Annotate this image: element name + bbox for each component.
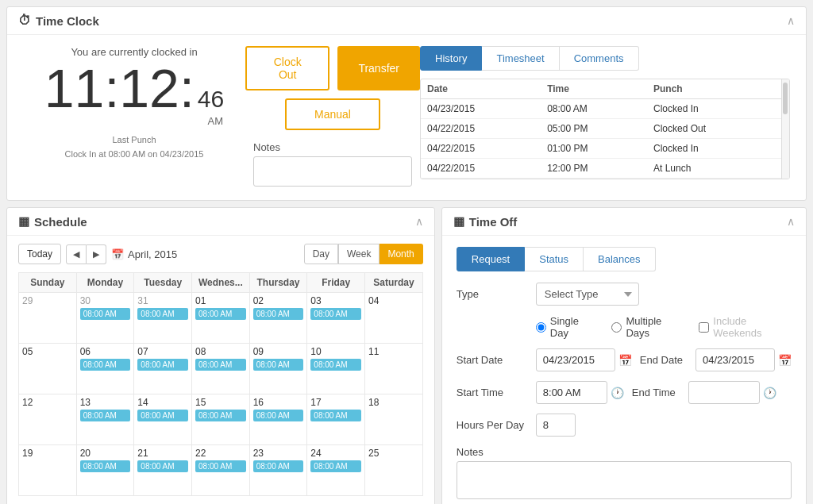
calendar-day-number: 01 bbox=[195, 295, 246, 306]
calendar-day-header: Saturday bbox=[365, 273, 423, 293]
time-clock-collapse-icon[interactable]: ∧ bbox=[787, 14, 795, 27]
calendar-day-cell[interactable]: 04 bbox=[365, 293, 423, 344]
calendar-today-button[interactable]: Today bbox=[18, 244, 61, 264]
calendar-day-cell[interactable]: 18 bbox=[365, 394, 423, 445]
calendar-day-cell[interactable]: 3108:00 AM bbox=[134, 293, 192, 344]
tab-timesheet[interactable]: Timesheet bbox=[482, 46, 559, 71]
calendar-event[interactable]: 08:00 AM bbox=[195, 460, 246, 472]
calendar-day-cell[interactable]: 1708:00 AM bbox=[307, 394, 365, 445]
end-time-input[interactable] bbox=[688, 381, 760, 404]
timeoff-notes-label: Notes bbox=[457, 446, 528, 458]
calendar-view-day[interactable]: Day bbox=[304, 244, 338, 264]
start-time-clock-icon[interactable]: 🕐 bbox=[611, 387, 624, 399]
timeoff-panel-icon: ▦ bbox=[453, 214, 464, 229]
calendar-event[interactable]: 08:00 AM bbox=[195, 410, 246, 421]
calendar-day-cell[interactable]: 19 bbox=[19, 445, 77, 496]
calendar-event[interactable]: 08:00 AM bbox=[80, 308, 131, 320]
transfer-button[interactable]: Transfer bbox=[337, 46, 420, 90]
end-date-input[interactable] bbox=[695, 348, 775, 371]
calendar-event[interactable]: 08:00 AM bbox=[195, 308, 246, 320]
calendar-day-cell[interactable]: 0708:00 AM bbox=[134, 344, 192, 394]
scroll-thumb[interactable] bbox=[783, 83, 788, 114]
calendar-event[interactable]: 08:00 AM bbox=[137, 359, 188, 371]
calendar-day-cell[interactable]: 05 bbox=[19, 344, 77, 394]
calendar-view-month[interactable]: Month bbox=[380, 244, 422, 264]
tab-history[interactable]: History bbox=[420, 46, 482, 71]
calendar-event[interactable]: 08:00 AM bbox=[137, 410, 188, 421]
calendar-day-cell[interactable]: 0108:00 AM bbox=[192, 293, 250, 344]
clock-notes-input[interactable] bbox=[253, 156, 412, 187]
calendar-day-cell[interactable]: 2308:00 AM bbox=[249, 445, 307, 496]
calendar-event[interactable]: 08:00 AM bbox=[253, 410, 304, 421]
timeoff-notes-input[interactable] bbox=[457, 461, 792, 499]
single-day-radio[interactable]: Single Day bbox=[536, 315, 596, 339]
end-time-clock-icon[interactable]: 🕐 bbox=[763, 387, 776, 399]
start-time-group: 🕐 bbox=[536, 381, 624, 404]
tab-balances[interactable]: Balances bbox=[584, 247, 655, 271]
calendar-day-cell[interactable]: 0308:00 AM bbox=[307, 293, 365, 344]
tab-comments[interactable]: Comments bbox=[560, 46, 639, 71]
calendar-day-cell[interactable]: 12 bbox=[19, 394, 77, 445]
history-time: 08:00 AM bbox=[541, 99, 647, 119]
tab-request[interactable]: Request bbox=[457, 247, 525, 271]
calendar-next-button[interactable]: ▶ bbox=[87, 244, 106, 264]
calendar-day-cell[interactable]: 3008:00 AM bbox=[76, 293, 134, 344]
calendar-event[interactable]: 08:00 AM bbox=[137, 460, 188, 472]
calendar-event[interactable]: 08:00 AM bbox=[195, 359, 246, 371]
calendar-event[interactable]: 08:00 AM bbox=[253, 460, 304, 472]
start-date-label: Start Date bbox=[457, 354, 528, 366]
history-scrollbar[interactable] bbox=[781, 79, 789, 179]
calendar-day-cell[interactable]: 1008:00 AM bbox=[307, 344, 365, 394]
calendar-view-week[interactable]: Week bbox=[338, 244, 380, 264]
calendar-day-cell[interactable]: 25 bbox=[365, 445, 423, 496]
calendar-prev-button[interactable]: ◀ bbox=[66, 244, 87, 264]
history-time: 12:00 PM bbox=[541, 159, 647, 179]
timeoff-collapse-icon[interactable]: ∧ bbox=[787, 215, 795, 228]
clock-action-buttons: Clock Out Transfer bbox=[245, 46, 420, 90]
calendar-day-cell[interactable]: 2408:00 AM bbox=[307, 445, 365, 496]
calendar-day-cell[interactable]: 2108:00 AM bbox=[134, 445, 192, 496]
calendar-event[interactable]: 08:00 AM bbox=[137, 308, 188, 320]
calendar-event[interactable]: 08:00 AM bbox=[310, 410, 361, 421]
calendar-event[interactable]: 08:00 AM bbox=[80, 410, 131, 421]
calendar-day-cell[interactable]: 11 bbox=[365, 344, 423, 394]
clock-notes-section: Notes bbox=[253, 141, 412, 189]
calendar-day-cell[interactable]: 1408:00 AM bbox=[134, 394, 192, 445]
calendar-event[interactable]: 08:00 AM bbox=[80, 460, 131, 472]
hours-per-day-label: Hours Per Day bbox=[457, 419, 528, 431]
end-date-calendar-icon[interactable]: 📅 bbox=[778, 354, 792, 367]
calendar-event[interactable]: 08:00 AM bbox=[310, 308, 361, 320]
calendar-day-cell[interactable]: 0208:00 AM bbox=[249, 293, 307, 344]
manual-button[interactable]: Manual bbox=[285, 98, 380, 130]
calendar-day-cell[interactable]: 0608:00 AM bbox=[76, 344, 134, 394]
type-select[interactable]: Select Type Vacation Sick Personal bbox=[536, 283, 639, 306]
include-weekends-checkbox[interactable]: Include Weekends bbox=[699, 315, 792, 339]
schedule-collapse-icon[interactable]: ∧ bbox=[415, 215, 423, 228]
clock-out-button[interactable]: Clock Out bbox=[245, 46, 329, 90]
calendar-day-number: 02 bbox=[253, 295, 304, 306]
calendar-day-number: 13 bbox=[80, 397, 131, 408]
start-date-input[interactable] bbox=[536, 348, 615, 371]
calendar-day-cell[interactable]: 1308:00 AM bbox=[76, 394, 134, 445]
calendar-event[interactable]: 08:00 AM bbox=[80, 359, 131, 371]
calendar-day-cell[interactable]: 2208:00 AM bbox=[192, 445, 250, 496]
include-weekends-input[interactable] bbox=[699, 322, 709, 333]
hours-per-day-input[interactable] bbox=[536, 414, 576, 437]
start-date-calendar-icon[interactable]: 📅 bbox=[618, 354, 632, 367]
calendar-day-cell[interactable]: 2008:00 AM bbox=[76, 445, 134, 496]
calendar-day-cell[interactable]: 29 bbox=[19, 293, 77, 344]
calendar-day-cell[interactable]: 1508:00 AM bbox=[192, 394, 250, 445]
single-day-radio-input[interactable] bbox=[536, 322, 546, 333]
multiple-days-radio-input[interactable] bbox=[611, 322, 622, 333]
calendar-day-cell[interactable]: 1608:00 AM bbox=[249, 394, 307, 445]
calendar-event[interactable]: 08:00 AM bbox=[253, 359, 304, 371]
multiple-days-radio[interactable]: Multiple Days bbox=[611, 315, 683, 339]
calendar-event[interactable]: 08:00 AM bbox=[310, 460, 361, 472]
clock-notes-label: Notes bbox=[253, 141, 412, 153]
tab-status[interactable]: Status bbox=[525, 247, 584, 271]
calendar-event[interactable]: 08:00 AM bbox=[310, 359, 361, 371]
calendar-day-cell[interactable]: 0808:00 AM bbox=[192, 344, 250, 394]
start-time-input[interactable] bbox=[536, 381, 607, 404]
calendar-event[interactable]: 08:00 AM bbox=[253, 308, 304, 320]
calendar-day-cell[interactable]: 0908:00 AM bbox=[249, 344, 307, 394]
